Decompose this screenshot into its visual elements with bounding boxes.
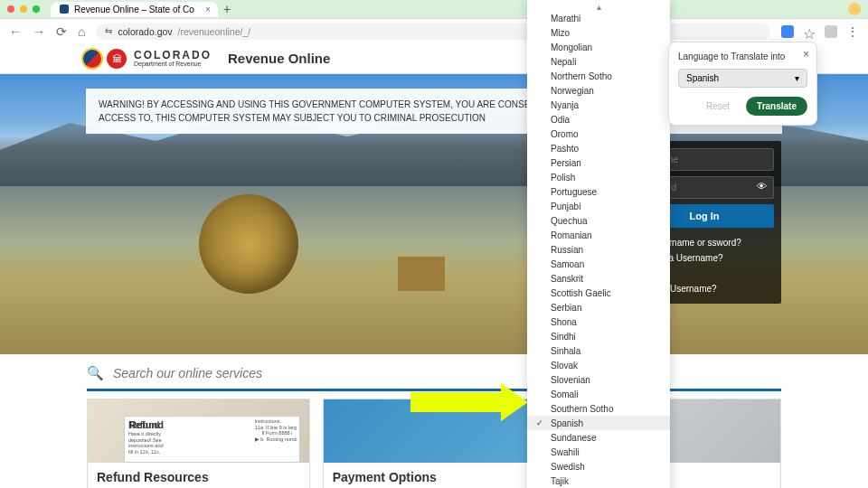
menu-icon[interactable]: ⋮ (846, 24, 859, 39)
translate-button[interactable]: Translate (746, 97, 807, 116)
language-option[interactable]: Romanian (527, 228, 670, 242)
eye-icon[interactable]: 👁 (757, 181, 767, 192)
language-option[interactable]: Shona (527, 314, 670, 329)
close-icon[interactable]: × (205, 5, 211, 14)
forward-button[interactable]: → (33, 24, 45, 39)
language-dropdown[interactable]: ▴ MarathiMizoMongolianNepaliNorthern Sot… (527, 0, 670, 488)
refund-form-graphic: Refund Have it directlydeposited! Seeins… (124, 416, 300, 463)
language-option[interactable]: Slovenian (527, 372, 670, 387)
translate-extension-icon[interactable] (781, 25, 794, 38)
language-option[interactable]: Slovak (527, 358, 670, 372)
brand-name: COLORADO (134, 50, 212, 61)
language-option[interactable]: Spanish (527, 416, 670, 430)
language-option[interactable]: Nepali (527, 54, 670, 69)
language-option[interactable]: Mongolian (527, 40, 670, 54)
close-icon[interactable]: × (803, 48, 809, 61)
translate-popup: × Language to Translate into Spanish ▾ R… (668, 42, 817, 126)
annotation-arrow (410, 392, 501, 412)
bookmark-icon[interactable]: ☆ (803, 25, 816, 38)
language-option[interactable]: Sanskrit (527, 271, 670, 286)
home-button[interactable]: ⌂ (78, 24, 85, 39)
brand-subtitle: Department of Revenue (134, 61, 212, 67)
language-option[interactable]: Punjabi (527, 199, 670, 213)
url-path: /revenueonline/_/ (178, 26, 251, 37)
card-refund[interactable]: Refund Have it directlydeposited! Seeins… (87, 399, 310, 488)
language-option[interactable]: Oromo (527, 127, 670, 141)
translate-title: Language to Translate into (678, 52, 807, 61)
language-option[interactable]: Norwegian (527, 83, 670, 98)
minimize-icon[interactable] (848, 3, 861, 15)
language-option[interactable]: Odia (527, 112, 670, 127)
card-image: Refund Have it directlydeposited! Seeins… (88, 399, 309, 463)
tab-title: Revenue Online – State of Co (74, 5, 194, 14)
app-title: Revenue Online (228, 51, 330, 66)
colorado-seal-icon (81, 48, 103, 70)
language-option[interactable]: Nyanja (527, 98, 670, 112)
language-option[interactable]: Pashto (527, 141, 670, 155)
language-option[interactable]: Portuguese (527, 184, 670, 199)
language-option[interactable]: Sundanese (527, 430, 670, 445)
language-option[interactable]: Somali (527, 387, 670, 401)
scroll-up-icon[interactable]: ▴ (527, 4, 670, 11)
card-title: Refund Resources (97, 470, 300, 484)
language-option[interactable]: Southern Sotho (527, 401, 670, 416)
card-title: Payment Options (333, 470, 536, 484)
browser-tab[interactable]: Revenue Online – State of Co × (51, 2, 218, 17)
url-host: colorado.gov (118, 26, 172, 37)
language-option[interactable]: Sindhi (527, 329, 670, 343)
site-info-icon[interactable]: ⇆ (105, 26, 112, 36)
divider (87, 389, 781, 391)
language-option[interactable]: Marathi (527, 11, 670, 25)
search-icon[interactable]: 🔍 (87, 365, 104, 381)
language-option[interactable]: Serbian (527, 300, 670, 314)
language-option[interactable]: Tajik (527, 474, 670, 488)
language-option[interactable]: Northern Sotho (527, 69, 670, 83)
language-option[interactable]: Quechua (527, 213, 670, 228)
cdor-logo-icon: 🏛 (107, 49, 127, 69)
language-option[interactable]: Polish (527, 170, 670, 184)
browser-toolbar: ← → ⟳ ⌂ ⇆ colorado.gov/revenueonline/_/ … (0, 18, 868, 43)
language-select[interactable]: Spanish ▾ (678, 69, 807, 88)
window-titlebar: Revenue Online – State of Co × + (0, 0, 868, 18)
back-button[interactable]: ← (9, 24, 22, 39)
favicon-icon (60, 5, 69, 14)
new-tab-button[interactable]: + (223, 2, 231, 16)
search-input[interactable] (113, 366, 781, 380)
selected-language: Spanish (686, 73, 719, 83)
extensions-icon[interactable] (825, 25, 837, 38)
language-option[interactable]: Russian (527, 242, 670, 257)
language-option[interactable]: Samoan (527, 257, 670, 271)
language-option[interactable]: Scottish Gaelic (527, 286, 670, 300)
traffic-lights[interactable] (7, 5, 40, 13)
language-option[interactable]: Swahili (527, 445, 670, 459)
language-option[interactable]: Persian (527, 155, 670, 170)
language-option[interactable]: Mizo (527, 25, 670, 40)
reset-button[interactable]: Reset (697, 97, 739, 116)
search-bar: 🔍 (0, 354, 868, 389)
chevron-down-icon: ▾ (795, 73, 799, 83)
language-option[interactable]: Swedish (527, 459, 670, 474)
reload-button[interactable]: ⟳ (56, 24, 67, 39)
language-option[interactable]: Sinhala (527, 343, 670, 358)
